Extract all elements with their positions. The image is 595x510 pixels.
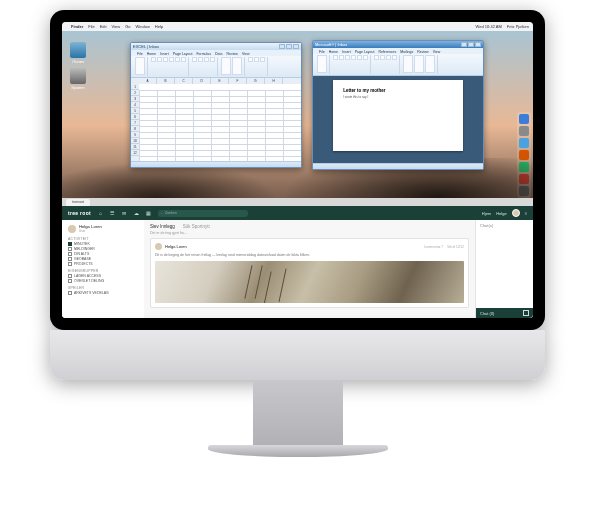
checkbox-icon [68, 279, 72, 283]
nav-link[interactable]: Hjem [482, 211, 491, 216]
ribbon-button[interactable] [232, 57, 242, 75]
menu-go[interactable]: Go [125, 24, 130, 29]
filter-checkbox[interactable]: DIN ALTS [68, 252, 138, 256]
excel-cells-grid[interactable] [139, 90, 301, 161]
filter-label: MINUTEK [74, 242, 90, 246]
ribbon-button[interactable] [414, 55, 424, 73]
ribbon-button[interactable] [339, 55, 344, 60]
ribbon-button[interactable] [221, 57, 231, 75]
expand-icon[interactable] [523, 310, 529, 316]
desktop-icon-system[interactable]: System [68, 68, 88, 90]
post-author[interactable]: Helga Loren [165, 244, 187, 249]
minimize-button[interactable] [279, 44, 285, 49]
ribbon-button[interactable] [169, 57, 174, 62]
menubar-clock[interactable]: Wed 10:42 AM [476, 24, 502, 29]
dock-item[interactable] [519, 114, 529, 124]
menu-icon[interactable]: ≡ [525, 211, 527, 216]
avatar[interactable] [512, 209, 520, 217]
ribbon-button[interactable] [380, 55, 385, 60]
ribbon-button[interactable] [345, 55, 350, 60]
menu-file[interactable]: File [88, 24, 94, 29]
word-page[interactable]: Letter to my mother I wrote this to say … [333, 80, 463, 151]
minimize-button[interactable] [461, 42, 467, 47]
filter-label: GEOBASE [74, 257, 91, 261]
excel-titlebar[interactable]: EXCEL | Inbox [131, 43, 301, 50]
sidebar: Helga Loren User ACTIVITEIT MINUTEK MELD… [62, 220, 144, 318]
menu-view[interactable]: View [112, 24, 121, 29]
filter-checkbox[interactable]: OVERLET DELING [68, 279, 138, 283]
ribbon-button[interactable] [363, 55, 368, 60]
ribbon-button[interactable] [425, 55, 435, 73]
ribbon-button[interactable] [374, 55, 379, 60]
filter-checkbox[interactable]: MINUTEK [68, 242, 138, 246]
ribbon-button[interactable] [260, 57, 265, 62]
imac-stand-neck [253, 380, 343, 450]
avatar[interactable] [155, 243, 162, 250]
filter-checkbox[interactable]: PROJECTS [68, 262, 138, 266]
ribbon-button[interactable] [163, 57, 168, 62]
ribbon-button[interactable] [151, 57, 156, 62]
checkbox-icon [68, 257, 72, 261]
chat-icon[interactable]: ✉ [121, 210, 128, 217]
menubar-user[interactable]: Fritz Pjotken [507, 24, 529, 29]
filter-checkbox[interactable]: ARKIVETS VEDELAG [68, 291, 138, 295]
cloud-icon[interactable]: ☁ [133, 210, 140, 217]
browser-tab[interactable]: treeroot [66, 199, 90, 206]
chat-footer[interactable]: Chat (0) [476, 308, 533, 318]
menu-help[interactable]: Help [155, 24, 163, 29]
ribbon-button[interactable] [392, 55, 397, 60]
paste-button[interactable] [135, 57, 145, 75]
search-input[interactable]: ⌕ Zoeken [158, 210, 248, 217]
ribbon-button[interactable] [403, 55, 413, 73]
ribbon-button[interactable] [248, 57, 253, 62]
filter-checkbox[interactable]: GEOBASE [68, 257, 138, 261]
sidebar-user[interactable]: Helga Loren User [68, 224, 138, 233]
filter-checkbox[interactable]: LAGEN ACCESS [68, 274, 138, 278]
post-comments[interactable]: kommentar 7 [425, 245, 444, 249]
ribbon-button[interactable] [386, 55, 391, 60]
ribbon-button[interactable] [254, 57, 259, 62]
ribbon-button[interactable] [351, 55, 356, 60]
excel-cells[interactable] [139, 84, 301, 161]
close-button[interactable] [293, 44, 299, 49]
dock-item[interactable] [519, 138, 529, 148]
nav-link[interactable]: Helge [496, 211, 506, 216]
ribbon-button[interactable] [192, 57, 197, 62]
filter-checkbox[interactable]: MELDINGER [68, 247, 138, 251]
ribbon-button[interactable] [157, 57, 162, 62]
feed-tab[interactable]: Sök Sportnytt [183, 224, 210, 229]
post-image[interactable] [155, 261, 464, 303]
users-icon[interactable]: ☰ [109, 210, 116, 217]
maximize-button[interactable] [468, 42, 474, 47]
word-titlebar[interactable]: Microsoft® | Inbox [313, 41, 483, 48]
word-window[interactable]: Microsoft® | Inbox File Home Insert Page… [312, 40, 484, 170]
ribbon-button[interactable] [204, 57, 209, 62]
menu-window[interactable]: Window [136, 24, 150, 29]
calendar-icon[interactable]: ▦ [145, 210, 152, 217]
brand-logo[interactable]: tree root [68, 210, 91, 216]
desktop-icon-itunes[interactable]: iTunes [68, 42, 88, 64]
menubar-app[interactable]: Finder [71, 24, 83, 29]
ribbon-button[interactable] [181, 57, 186, 62]
avatar [68, 225, 76, 233]
feed-tab-active[interactable]: Siev Innlegg [150, 224, 175, 229]
app-icon [70, 42, 86, 58]
ribbon-button[interactable] [210, 57, 215, 62]
ribbon-button[interactable] [333, 55, 338, 60]
sidebar-user-role: User [79, 229, 102, 233]
row-header[interactable]: 12 [131, 150, 139, 156]
close-button[interactable] [475, 42, 481, 47]
ribbon-button[interactable] [198, 57, 203, 62]
paste-button[interactable] [317, 55, 327, 73]
maximize-button[interactable] [286, 44, 292, 49]
post-header: Helga Loren kommentar 7 5th of 12/12 [155, 243, 464, 250]
ribbon-button[interactable] [357, 55, 362, 60]
dock-item[interactable] [519, 126, 529, 136]
menu-edit[interactable]: Edit [100, 24, 107, 29]
ribbon-button[interactable] [175, 57, 180, 62]
excel-grid-area: A B C D E F G H 1 2 3 4 [131, 78, 301, 161]
excel-window[interactable]: EXCEL | Inbox File Home Insert Page Layo… [130, 42, 302, 168]
home-icon[interactable]: ⌂ [97, 210, 104, 217]
checkbox-icon [68, 242, 72, 246]
desktop-icon-label: System [68, 85, 88, 90]
